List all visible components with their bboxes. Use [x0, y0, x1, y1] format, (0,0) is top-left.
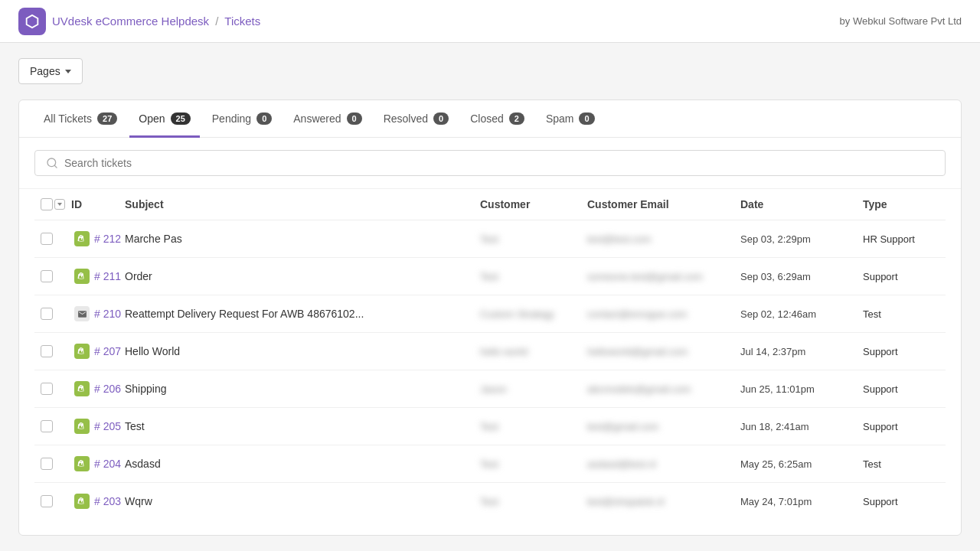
row-subject[interactable]: Wqrw: [125, 495, 480, 507]
row-date: Jun 25, 11:01pm: [740, 383, 863, 395]
tab-closed-badge: 2: [509, 112, 524, 125]
source-shopify-icon: [74, 381, 90, 396]
row-id-cell: # 207: [71, 344, 125, 359]
tab-resolved[interactable]: Resolved 0: [374, 100, 459, 138]
col-email: Customer Email: [587, 198, 740, 210]
table-row: # 203 Wqrw Test test@shopatok.nl May 24,…: [34, 483, 946, 520]
ticket-id[interactable]: # 207: [94, 345, 121, 357]
row-checkbox[interactable]: [41, 233, 53, 245]
row-email: asdasd@test.nl: [587, 458, 740, 470]
row-customer: Test: [480, 458, 587, 470]
col-type: Type: [863, 198, 939, 210]
tab-spam[interactable]: Spam 0: [537, 100, 604, 138]
table-row: # 205 Test Test test@gmail.com Jun 18, 2…: [34, 408, 946, 445]
row-type: Support: [863, 421, 939, 432]
table-row: # 210 Reattempt Delivery Request For AWB…: [34, 295, 946, 333]
tab-answered-badge: 0: [347, 112, 362, 125]
row-subject[interactable]: Hello World: [125, 345, 480, 357]
row-date: Sep 02, 12:46am: [740, 308, 863, 320]
row-subject[interactable]: Test: [125, 420, 480, 432]
row-customer: Test: [480, 271, 587, 282]
tab-open[interactable]: Open 25: [129, 100, 200, 138]
header-checkbox-cell: [41, 198, 71, 210]
row-email: someone.test@gmail.com: [587, 271, 740, 282]
row-subject[interactable]: Marche Pas: [125, 233, 480, 245]
table-header: ID Subject Customer Customer Email Date …: [34, 189, 946, 220]
svg-line-1: [54, 165, 57, 168]
content-area: Pages All Tickets 27 Open 25 Pending 0 A…: [0, 43, 980, 551]
row-type: Test: [863, 308, 939, 320]
row-type: Support: [863, 496, 939, 507]
row-date: Sep 03, 6:29am: [740, 271, 863, 282]
tab-all-tickets[interactable]: All Tickets 27: [34, 100, 126, 138]
row-checkbox[interactable]: [41, 270, 53, 282]
row-checkbox-cell: [41, 420, 71, 432]
row-email: test@test.com: [587, 233, 740, 245]
table-row: # 204 Asdasd Test asdasd@test.nl May 25,…: [34, 445, 946, 483]
tab-spam-badge: 0: [579, 112, 594, 125]
select-all-checkbox[interactable]: [41, 198, 53, 210]
ticket-id[interactable]: # 212: [94, 233, 121, 245]
tab-resolved-badge: 0: [433, 112, 449, 125]
caret-icon: [65, 70, 71, 73]
table-body: # 212 Marche Pas Test test@test.com Sep …: [34, 220, 946, 520]
col-subject: Subject: [125, 198, 480, 210]
row-date: Sep 03, 2:29pm: [740, 233, 863, 245]
row-type: Support: [863, 346, 939, 357]
row-id-cell: # 203: [71, 494, 125, 509]
table-row: # 212 Marche Pas Test test@test.com Sep …: [34, 220, 946, 258]
row-subject[interactable]: Order: [125, 270, 480, 282]
pages-button[interactable]: Pages: [18, 58, 83, 84]
col-customer: Customer: [480, 198, 587, 210]
row-checkbox[interactable]: [41, 420, 53, 432]
row-email: test@shopatok.nl: [587, 496, 740, 507]
tab-pending-badge: 0: [256, 112, 272, 125]
row-customer: Custom Strategy: [480, 308, 587, 320]
row-checkbox[interactable]: [41, 308, 53, 320]
row-email: helloworld@gmail.com: [587, 346, 740, 357]
select-dropdown[interactable]: [54, 199, 65, 210]
row-email: test@gmail.com: [587, 421, 740, 432]
row-checkbox[interactable]: [41, 495, 53, 507]
row-checkbox[interactable]: [41, 345, 53, 357]
ticket-id[interactable]: # 204: [94, 458, 121, 470]
source-shopify-icon: [74, 344, 90, 359]
ticket-id[interactable]: # 206: [94, 383, 121, 395]
source-shopify-icon: [74, 494, 90, 509]
ticket-id[interactable]: # 203: [94, 495, 121, 507]
table-row: # 206 Shipping Jason abcmodels@gmail.com…: [34, 370, 946, 408]
row-checkbox[interactable]: [41, 458, 53, 470]
row-type: Support: [863, 271, 939, 282]
tab-answered[interactable]: Answered 0: [284, 100, 371, 138]
row-email: contact@emogue.com: [587, 308, 740, 320]
search-input[interactable]: [64, 157, 934, 169]
tab-pending[interactable]: Pending 0: [203, 100, 282, 138]
row-customer: Test: [480, 233, 587, 245]
vendor-info: by Webkul Software Pvt Ltd: [840, 15, 962, 27]
ticket-id[interactable]: # 211: [94, 270, 121, 282]
tabs-bar: All Tickets 27 Open 25 Pending 0 Answere…: [19, 100, 961, 138]
row-id-cell: # 212: [71, 231, 125, 246]
search-icon: [46, 157, 58, 169]
row-checkbox-cell: [41, 383, 71, 395]
row-id-cell: # 205: [71, 419, 125, 434]
row-date: Jun 18, 2:41am: [740, 421, 863, 432]
tab-closed[interactable]: Closed 2: [461, 100, 534, 138]
ticket-id[interactable]: # 205: [94, 420, 121, 432]
row-id-cell: # 204: [71, 456, 125, 471]
source-shopify-icon: [74, 456, 90, 471]
row-customer: hello world: [480, 346, 587, 357]
row-checkbox[interactable]: [41, 383, 53, 395]
source-email-icon: [74, 306, 90, 321]
row-subject[interactable]: Shipping: [125, 383, 480, 395]
row-customer: Test: [480, 421, 587, 432]
row-checkbox-cell: [41, 345, 71, 357]
col-date: Date: [740, 198, 863, 210]
search-input-wrap: [34, 150, 946, 176]
row-subject[interactable]: Asdasd: [125, 458, 480, 470]
row-type: Test: [863, 458, 939, 470]
ticket-panel: All Tickets 27 Open 25 Pending 0 Answere…: [18, 99, 962, 536]
row-subject[interactable]: Reattempt Delivery Request For AWB 48676…: [125, 308, 480, 320]
row-date: May 24, 7:01pm: [740, 496, 863, 507]
ticket-id[interactable]: # 210: [94, 308, 121, 320]
